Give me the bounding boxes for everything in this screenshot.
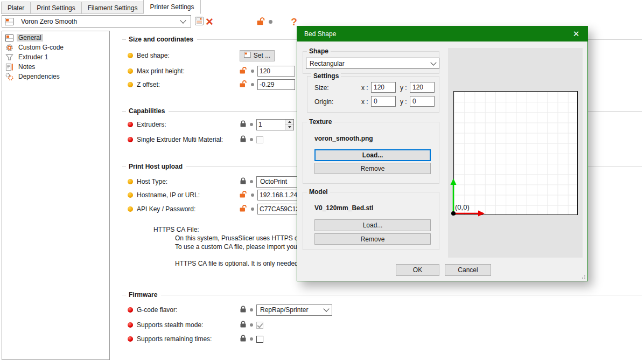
model-remove-button[interactable]: Remove: [314, 233, 431, 245]
bed-preview: (0,0): [448, 48, 583, 258]
printer-settings-window: Plater Print Settings Filament Settings …: [0, 0, 644, 360]
revert-dot[interactable]: [250, 308, 253, 311]
origin-dot: [451, 211, 456, 216]
unlocked-icon[interactable]: [240, 67, 248, 75]
dialog-close-button[interactable]: ✕: [565, 26, 587, 41]
size-label: Size:: [314, 82, 329, 93]
origin-x-axis-label: x :: [361, 96, 368, 107]
locked-icon[interactable]: [240, 135, 247, 144]
revert-dot[interactable]: [251, 70, 254, 73]
tab-bar: Plater Print Settings Filament Settings …: [0, 0, 644, 14]
semm-checkbox[interactable]: [256, 136, 263, 143]
settings-tree: General Custom G-code Extruder 1 Notes D…: [2, 31, 110, 360]
status-bullet: [128, 179, 133, 184]
revert-dot[interactable]: [250, 337, 253, 341]
gcode-flavor-select[interactable]: RepRap/Sprinter: [256, 304, 332, 316]
size-y-axis-label: y :: [400, 82, 407, 93]
tab-printer-settings[interactable]: Printer Settings: [143, 0, 200, 14]
status-bullet: [128, 82, 133, 87]
sidebar-item-extruder-1[interactable]: Extruder 1: [2, 52, 109, 62]
row-supports-remaining-times: Supports remaining times:: [120, 333, 644, 345]
status-bullet: [128, 122, 133, 127]
origin-label: Origin:: [314, 96, 333, 107]
locked-icon[interactable]: [240, 321, 247, 329]
gear-icon: [5, 43, 13, 52]
printer-icon: [5, 33, 13, 42]
status-bullet: [128, 206, 133, 212]
delete-preset-button[interactable]: ✕: [204, 16, 215, 27]
stepper-down-button[interactable]: [285, 125, 293, 130]
save-icon: [195, 17, 204, 27]
status-bullet: [128, 336, 133, 342]
help-icon: ?: [291, 17, 297, 27]
sidebar-item-custom-gcode[interactable]: Custom G-code: [2, 43, 109, 52]
row-gcode-flavor: G-code flavor: RepRap/Sprinter: [120, 304, 644, 316]
toolbar-revert-dot[interactable]: [269, 20, 272, 24]
model-load-button[interactable]: Load...: [314, 219, 431, 231]
size-x-input[interactable]: [371, 82, 396, 93]
ok-button[interactable]: OK: [396, 264, 439, 276]
revert-dot[interactable]: [250, 323, 253, 327]
revert-dot[interactable]: [250, 123, 253, 126]
revert-dot[interactable]: [251, 207, 254, 211]
origin-axes: [448, 176, 494, 218]
dialog-titlebar[interactable]: Bed Shape: [297, 26, 587, 41]
texture-load-button[interactable]: Load...: [314, 149, 431, 161]
tab-filament-settings[interactable]: Filament Settings: [81, 2, 144, 14]
status-bullet: [128, 322, 133, 328]
unlocked-icon[interactable]: [240, 191, 248, 199]
locked-icon[interactable]: [240, 335, 247, 343]
tab-plater[interactable]: Plater: [1, 2, 31, 14]
locked-icon[interactable]: [240, 177, 247, 186]
sidebar-item-general[interactable]: General: [2, 33, 109, 43]
delete-icon: ✕: [205, 17, 214, 27]
locked-icon[interactable]: [240, 120, 247, 129]
stepper-up-button[interactable]: [285, 120, 293, 125]
locked-icon[interactable]: [240, 306, 247, 314]
status-bullet: [128, 68, 133, 74]
texture-remove-button[interactable]: Remove: [314, 163, 431, 174]
size-x-axis-label: x :: [361, 82, 368, 93]
close-icon: ✕: [573, 29, 580, 39]
bed-shape-dialog: Bed Shape ✕ Shape Rectangular Settings S…: [297, 26, 588, 281]
toolbar-unlocked-icon[interactable]: [257, 17, 266, 27]
unlocked-icon[interactable]: [240, 80, 248, 89]
shape-select[interactable]: Rectangular: [306, 58, 439, 69]
size-y-input[interactable]: [410, 82, 435, 93]
section-firmware: Firmware: [122, 291, 642, 299]
remaining-times-checkbox[interactable]: [256, 336, 263, 343]
revert-dot[interactable]: [251, 193, 254, 197]
combo-chevron-icon: [180, 17, 186, 23]
bed-icon: [244, 52, 251, 59]
unlocked-icon[interactable]: [240, 205, 248, 213]
dependencies-icon: [5, 72, 13, 81]
origin-coords-label: (0,0): [455, 203, 470, 211]
cancel-button[interactable]: Cancel: [445, 264, 491, 276]
extruders-stepper[interactable]: 1: [256, 119, 294, 130]
sidebar-item-notes[interactable]: Notes: [2, 62, 109, 72]
stealth-mode-checkbox[interactable]: [256, 322, 263, 329]
preset-name: Voron Zero Smooth: [21, 18, 77, 25]
model-filename: V0_120mm_Bed.stl: [314, 204, 373, 212]
texture-filename: voron_smooth.png: [314, 135, 373, 142]
set-bed-shape-button[interactable]: Set ...: [240, 50, 275, 61]
z-offset-input[interactable]: [257, 79, 295, 90]
save-preset-button[interactable]: [194, 16, 205, 27]
dialog-title: Bed Shape: [304, 30, 336, 38]
revert-dot[interactable]: [250, 138, 253, 141]
resize-grip-icon[interactable]: [581, 274, 585, 279]
status-bullet: [128, 53, 133, 58]
origin-x-input[interactable]: [371, 96, 396, 107]
sidebar-item-dependencies[interactable]: Dependencies: [2, 72, 109, 81]
origin-y-input[interactable]: [410, 96, 435, 107]
status-bullet: [128, 192, 133, 198]
max-print-height-input[interactable]: [257, 66, 295, 77]
status-bullet: [128, 307, 133, 313]
help-button[interactable]: ?: [289, 16, 299, 27]
row-supports-stealth-mode: Supports stealth mode:: [120, 319, 644, 331]
revert-dot[interactable]: [251, 83, 254, 86]
tab-print-settings[interactable]: Print Settings: [30, 2, 81, 14]
printer-preset-combo[interactable]: Voron Zero Smooth: [2, 15, 191, 27]
revert-dot[interactable]: [250, 180, 253, 183]
printer-preset-icon: [5, 17, 13, 26]
